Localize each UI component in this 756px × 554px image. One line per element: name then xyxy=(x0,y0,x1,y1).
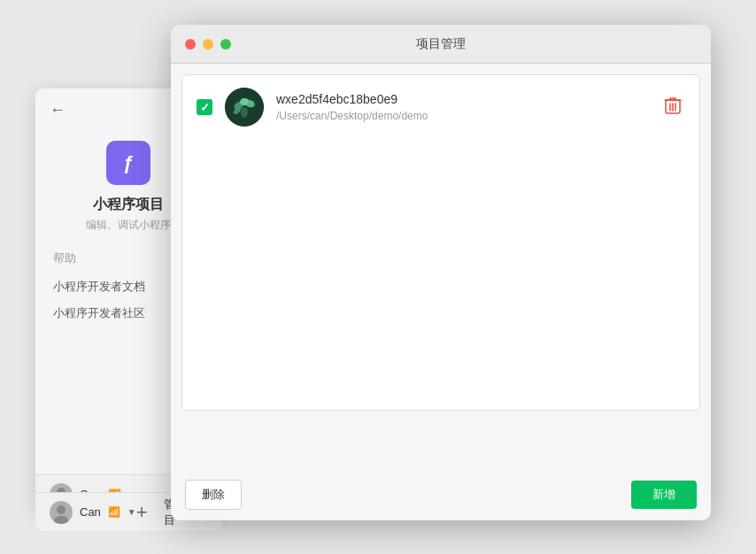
svg-point-4 xyxy=(57,505,66,514)
project-name: wxe2d5f4ebc18be0e9 xyxy=(276,92,660,106)
add-project-button[interactable]: + xyxy=(136,503,148,522)
project-info: wxe2d5f4ebc18be0e9 /Users/can/Desktop/de… xyxy=(276,92,660,122)
modal-titlebar: 项目管理 xyxy=(171,25,711,64)
delete-button[interactable]: 删除 xyxy=(185,480,242,510)
table-row: ✓ wxe2d5f4ebc18be0e9 xyxy=(182,75,699,139)
add-button[interactable]: 新增 xyxy=(631,481,697,509)
back-icon: ← xyxy=(50,101,66,119)
modal-footer: 删除 新增 xyxy=(171,469,711,520)
close-button[interactable] xyxy=(185,39,196,50)
maximize-button[interactable] xyxy=(220,39,231,50)
project-path: /Users/can/Desktop/demo/demo xyxy=(276,110,660,122)
bottom-user: Can 📶 ▼ xyxy=(50,501,136,524)
modal-title: 项目管理 xyxy=(416,36,466,52)
bottom-avatar xyxy=(50,501,73,524)
minimize-button[interactable] xyxy=(203,39,213,50)
project-management-modal: 项目管理 ✓ xyxy=(171,25,711,520)
bottom-username: Can xyxy=(80,505,101,519)
modal-body: ✓ wxe2d5f4ebc18be0e9 xyxy=(171,64,711,469)
traffic-lights xyxy=(185,39,231,50)
project-avatar xyxy=(225,88,264,127)
project-list: ✓ wxe2d5f4ebc18be0e9 xyxy=(181,74,700,411)
svg-rect-12 xyxy=(243,109,245,116)
bottom-dropdown-icon[interactable]: ▼ xyxy=(127,507,136,517)
bottom-signal-icon: 📶 xyxy=(108,506,120,518)
app-logo-icon: ƒ xyxy=(106,141,150,185)
delete-project-icon[interactable] xyxy=(660,92,685,123)
project-checkbox[interactable]: ✓ xyxy=(197,99,212,115)
checkmark-icon: ✓ xyxy=(200,102,210,113)
